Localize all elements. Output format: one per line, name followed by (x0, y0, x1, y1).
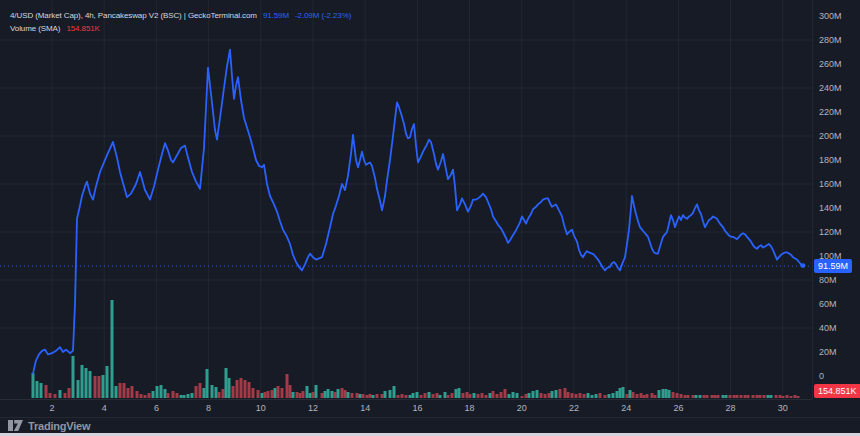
volume-bar (684, 395, 687, 398)
volume-bar (416, 392, 419, 398)
price-axis-tick: 200M (819, 131, 842, 141)
volume-bar (309, 393, 312, 398)
volume-bar (579, 393, 582, 398)
volume-bar (397, 395, 400, 398)
volume-bar (156, 386, 159, 398)
volume-bar (356, 393, 359, 398)
legend-symbol-row[interactable]: 4/USD (Market Cap), 4h, Pancakeswap V2 (… (10, 9, 351, 22)
volume-bar (180, 395, 183, 398)
volume-bar (81, 365, 84, 398)
volume-bar (167, 393, 170, 398)
volume-bar (640, 393, 643, 398)
volume-bar (591, 395, 594, 398)
volume-bar (206, 369, 209, 398)
volume-bar (389, 390, 392, 398)
volume-bar (544, 394, 547, 398)
volume-bar (225, 368, 228, 398)
chart-legend: 4/USD (Market Cap), 4h, Pancakeswap V2 (… (10, 9, 351, 35)
volume-bar (695, 395, 698, 398)
time-axis-tick: 28 (726, 400, 736, 417)
volume-bar (72, 356, 75, 398)
volume-bar (152, 391, 155, 398)
volume-bar (424, 393, 427, 398)
volume-bar (401, 394, 404, 398)
volume-bar (306, 386, 309, 398)
symbol-title[interactable]: 4/USD (Market Cap), 4h, Pancakeswap V2 (… (10, 9, 257, 22)
volume-bar (337, 389, 340, 398)
price-axis-tick: 220M (819, 107, 842, 117)
volume-bar (717, 395, 720, 398)
volume-bar (393, 386, 396, 398)
volume-bar (595, 394, 598, 398)
volume-bar (559, 389, 562, 398)
price-axis-tick: 180M (819, 155, 842, 165)
volume-bar (680, 394, 683, 398)
legend-volume-row[interactable]: Volume (SMA) 154.851K (10, 22, 351, 35)
volume-bar (64, 393, 67, 398)
volume-bar (148, 393, 151, 398)
volume-bar (252, 388, 255, 398)
volume-bar (779, 395, 782, 398)
volume-bar (794, 395, 797, 398)
volume-bar (729, 395, 732, 398)
volume-bar (654, 395, 657, 398)
volume-bar (123, 383, 126, 398)
price-axis-tick: 160M (819, 179, 842, 189)
time-axis-tick: 12 (308, 400, 318, 417)
volume-bar (324, 391, 327, 398)
volume-bar (296, 392, 299, 398)
tradingview-logo-icon[interactable] (8, 420, 23, 431)
volume-bar (462, 393, 465, 398)
volume-bar (485, 395, 488, 398)
time-axis-tick: 2 (49, 400, 54, 417)
volume-indicator-label[interactable]: Volume (SMA) (10, 22, 60, 35)
time-axis[interactable]: 24681012141618202224262830 (0, 399, 812, 418)
volume-bar (500, 392, 503, 398)
volume-bar (49, 393, 52, 398)
volume-bar (687, 395, 690, 398)
volume-bar (85, 368, 88, 398)
price-axis[interactable]: 91.59M 154.851K 300M280M260M240M220M200M… (812, 0, 860, 399)
volume-bar (40, 383, 43, 398)
volume-bar (551, 391, 554, 398)
volume-bar (267, 391, 270, 398)
volume-bar (636, 394, 639, 398)
volume-bar (676, 393, 679, 398)
volume-bar (599, 393, 602, 398)
volume-bar (532, 391, 535, 398)
volume-bar (643, 395, 646, 398)
volume-bar (334, 392, 337, 398)
volume-bar (111, 300, 114, 398)
volume-bar (632, 392, 635, 398)
volume-bar (521, 396, 524, 398)
volume-bar (203, 388, 206, 398)
volume-indicator-value: 154.851K (66, 22, 99, 35)
volume-bar (372, 395, 375, 398)
volume-bar (756, 395, 759, 398)
volume-bar (299, 393, 302, 398)
volume-bar (199, 383, 202, 398)
price-axis-tick: 40M (819, 323, 837, 333)
price-axis-tick: 20M (819, 347, 837, 357)
volume-bar (119, 383, 122, 398)
price-chart-canvas[interactable] (0, 0, 812, 399)
volume-bar (668, 390, 671, 398)
volume-bar (692, 395, 695, 398)
volume-bar (458, 388, 461, 398)
volume-bar (195, 386, 198, 398)
volume-bar (136, 391, 139, 398)
volume-bar (127, 388, 130, 398)
volume-bar (466, 392, 469, 398)
volume-bar (512, 392, 515, 398)
time-axis-tick: 24 (621, 400, 631, 417)
tradingview-logo-text[interactable]: TradingView (28, 420, 90, 432)
time-axis-tick: 10 (256, 400, 266, 417)
volume-bar (412, 393, 415, 398)
attribution-bar: TradingView (0, 417, 860, 433)
volume-bar (508, 394, 511, 398)
volume-bar (548, 393, 551, 398)
volume-value-badge: 154.851K (814, 384, 860, 398)
volume-bar (626, 394, 629, 398)
time-axis-tick: 16 (412, 400, 422, 417)
volume-bar (286, 374, 289, 398)
